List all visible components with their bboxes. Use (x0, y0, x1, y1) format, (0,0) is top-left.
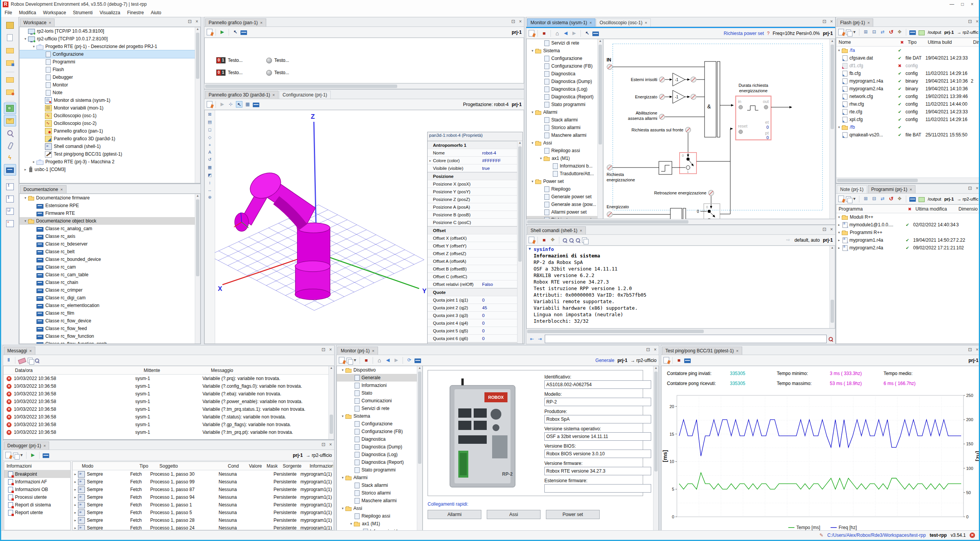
quick-link-button[interactable]: Allarmi (428, 510, 481, 519)
dropdown-caret-icon[interactable]: ▾ (20, 452, 23, 458)
workspace-path[interactable]: C:/Users/Alex/Robox/Rde3/Workspaces/test… (827, 533, 926, 538)
property-row[interactable]: Quota joint 3 (qj3)0 (428, 312, 517, 319)
breakpoint-row[interactable]: ▸Sempre Fetch Processo 1, passo 24 Nessu… (73, 524, 333, 530)
separator[interactable] (5, 177, 15, 180)
zoom-out-icon[interactable] (575, 238, 580, 242)
workspace-tree-item[interactable]: Oscilloscopio (osc-2) (20, 119, 200, 127)
manual-icon[interactable]: ✥ (896, 29, 903, 35)
flash-file-row[interactable]: fb.cfg config 11/02/2021 14:29:16 (836, 70, 980, 77)
workspace-tree-item[interactable]: Note (20, 89, 200, 96)
run-icon[interactable]: ▶ (219, 29, 226, 35)
documentation-tree-item[interactable]: Classe rc_flow_function (20, 332, 200, 340)
monitor-tree-item[interactable]: Generale (337, 374, 422, 382)
stop-icon[interactable]: ■ (541, 237, 547, 243)
output-folder-icon[interactable] (919, 197, 925, 202)
documentation-icon[interactable] (4, 164, 16, 176)
monitor-tree-item[interactable]: ▾ax1 (M1) (337, 520, 422, 528)
device-field-value[interactable] (544, 467, 651, 475)
help-book-icon[interactable] (684, 358, 691, 363)
collapse-output-icon[interactable]: ▼ (528, 247, 532, 251)
system-monitor-tree-item[interactable]: ▾ax1 (M1) (527, 154, 603, 162)
message-row[interactable]: ✕10/03/2022 10:36:58 sysm-1 Variabile (?… (3, 390, 334, 398)
col-informazioni[interactable]: Informazioni (310, 463, 333, 469)
close-panel-icon[interactable]: × (329, 442, 332, 447)
float-panel-icon[interactable]: ⊡ (188, 19, 192, 24)
workspace-tree-item[interactable]: Flash (20, 66, 200, 73)
property-row[interactable]: Offset Y (offsetY) (428, 242, 517, 250)
close-panel-icon[interactable]: × (519, 19, 522, 24)
build-all-icon[interactable]: ⊞ (862, 196, 869, 202)
documentation-scrollbar[interactable]: ▲ (195, 194, 200, 344)
run-icon[interactable]: ▶ (30, 452, 36, 458)
stop-icon[interactable]: ■ (363, 357, 370, 363)
scene-tool-icon[interactable]: ↔ (208, 188, 212, 192)
shell-hscrollbar[interactable] (526, 329, 835, 334)
documentation-tree-item[interactable]: Estensione RPE (20, 202, 200, 209)
documentation-tree-item[interactable]: Classe rc_belt (20, 248, 200, 256)
quick-link-button[interactable]: Power set (546, 510, 600, 519)
tab-shell-comandi[interactable]: Shell comandi (shell-1)× (527, 226, 586, 234)
refresh-icon[interactable]: ⟳ (406, 357, 413, 363)
system-monitor-tree-item[interactable]: Richiesta power set (527, 216, 603, 219)
properties-icon[interactable] (529, 237, 534, 243)
message-row[interactable]: ✕10/03/2022 10:36:58 sysm-1 Variabile (?… (3, 382, 334, 390)
monitor-tree-item[interactable]: Stato programmi (337, 466, 422, 474)
property-row[interactable]: ▸Colore (color)#FFFFFF (428, 157, 517, 164)
stop-icon[interactable]: ■ (541, 30, 547, 37)
float-panel-icon[interactable]: ⊡ (822, 19, 826, 24)
program-row[interactable]: ▾Moduli R++ (836, 213, 980, 221)
system-monitor-tree-item[interactable]: Storico allarmi (527, 124, 603, 131)
run-icon[interactable]: ▶ (219, 101, 226, 108)
build-all-icon[interactable]: ⊞ (862, 29, 869, 35)
monitor-tree-item[interactable]: Comunicazioni (337, 397, 422, 405)
documentation-tree-item[interactable]: Classe rc_digi_cam (20, 294, 200, 302)
float-panel-icon[interactable]: ⊡ (968, 186, 972, 191)
close-tab-icon[interactable]: × (589, 20, 592, 25)
help-book-icon[interactable] (415, 358, 421, 363)
col-valore[interactable]: Valore (249, 463, 267, 469)
scene-tool-icon[interactable]: ⊕ (208, 195, 211, 200)
float-panel-icon[interactable]: ⊡ (322, 347, 325, 352)
copy-page-icon[interactable] (582, 237, 587, 243)
zoom-icon[interactable] (562, 238, 567, 242)
property-row[interactable]: Posizione C (posC) (428, 219, 517, 226)
copy-page-icon[interactable] (28, 358, 33, 363)
scene-tool-icon[interactable]: ▤ (208, 119, 212, 124)
system-monitor-tree-item[interactable]: ▾Allarmi (527, 108, 603, 116)
back-icon[interactable]: ◀ (385, 357, 391, 363)
shell-console[interactable]: ▼ sysinfoInformazioni di sistemaRP-2 da … (526, 246, 835, 329)
help-book-icon[interactable] (909, 30, 916, 35)
workspace-tree-item[interactable]: ▸Progetto RTE (prj-3) - Macchina 2 (20, 158, 200, 166)
close-panel-icon[interactable]: × (976, 186, 978, 191)
float-panel-icon[interactable]: ⊡ (968, 347, 972, 352)
flash-file-row[interactable]: myprogram2.r4a binary 19/04/2021 14:10:3… (836, 85, 980, 93)
debugger-info-item[interactable]: Breakpoint (4, 470, 70, 478)
help-book-icon[interactable] (240, 30, 247, 35)
workspace-tree-item[interactable]: Shell comandi (shell-1) (20, 143, 200, 150)
col-sorgente[interactable]: Sorgente (283, 463, 310, 469)
system-monitor-tree-item[interactable]: Diagnostica (Dump) (527, 78, 603, 85)
copy-icon[interactable] (13, 453, 18, 458)
system-monitor-tree-item[interactable]: Configurazione (FB) (527, 62, 603, 70)
monitor-tree-item[interactable]: Stato (337, 389, 422, 397)
diagram-scrollbar[interactable]: ▲ (829, 39, 835, 219)
property-row[interactable]: Offset relativi (relOff)Falso (428, 280, 517, 288)
window-restore-down-icon[interactable] (4, 193, 16, 205)
property-row[interactable]: Offset Z (offsetZ) (428, 250, 517, 257)
graphic-panel-hscrollbar[interactable] (204, 83, 524, 89)
dropdown-caret-icon[interactable]: ▾ (853, 196, 856, 202)
copy-icon[interactable] (347, 358, 352, 363)
close-button[interactable]: × (971, 2, 973, 7)
col-programma[interactable]: Programma (836, 206, 904, 212)
col-soggetto[interactable]: Soggetto (159, 463, 228, 469)
device-field-value[interactable] (544, 450, 651, 458)
breakpoint-row[interactable]: ▸Sempre Fetch Processo 1, passo 87 Nessu… (73, 486, 333, 493)
col-mittente[interactable]: Mittente (144, 368, 211, 373)
flash-file-row[interactable]: qmakeall-vs20... file BAT 25/11/2021 15:… (836, 131, 980, 139)
tab-monitor[interactable]: Monitor (prj-1)× (337, 347, 378, 355)
attachment-icon[interactable] (4, 139, 16, 151)
system-monitor-tree-item[interactable]: Diagnostica (Log) (527, 85, 603, 93)
properties-icon[interactable] (529, 30, 534, 37)
system-monitor-tree-item[interactable]: ▾Sistema (527, 47, 603, 55)
documentation-tree-item[interactable]: Classe rc_crimper (20, 286, 200, 294)
